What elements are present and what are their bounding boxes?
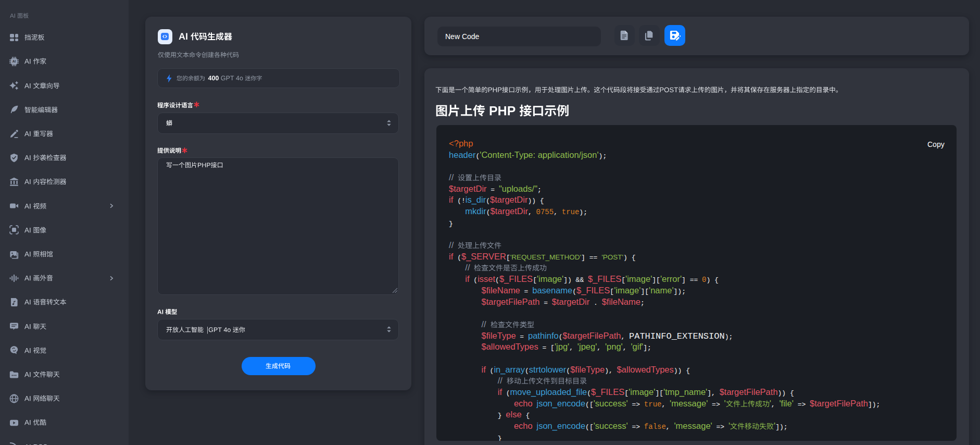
svg-text:AI: AI [12, 59, 16, 63]
